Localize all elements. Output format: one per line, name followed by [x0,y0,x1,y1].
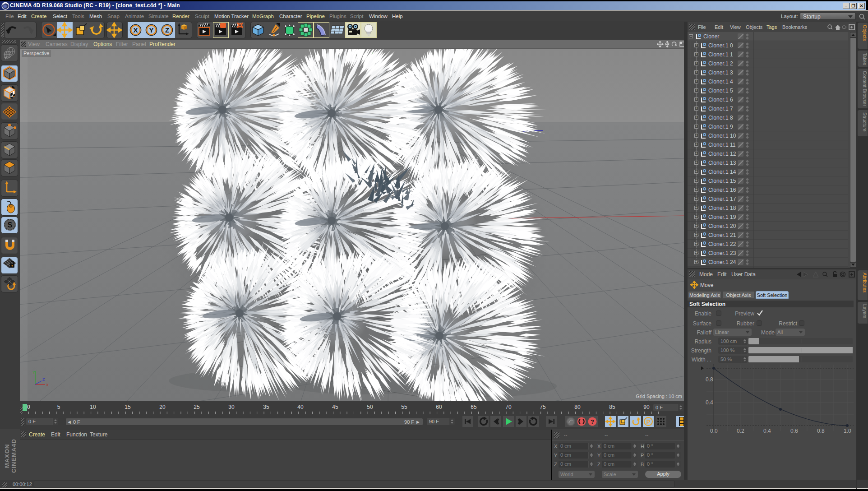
svg-text:Y: Y [32,370,35,375]
svg-text:0.4: 0.4 [763,428,771,434]
svg-text:S: S [8,221,13,229]
svg-text:1.0: 1.0 [844,428,851,434]
svg-text:0.8: 0.8 [706,376,713,383]
svg-text:P: P [646,419,650,425]
svg-text:0.6: 0.6 [790,428,798,434]
svg-text:X: X [46,383,49,387]
svg-text:0.2: 0.2 [737,428,744,434]
svg-text:Z: Z [42,377,45,382]
svg-text:Y: Y [149,26,153,34]
svg-text:0.4: 0.4 [706,399,713,406]
svg-text:?: ? [591,418,594,425]
svg-text:0.8: 0.8 [817,428,825,434]
svg-text:X: X [133,26,138,34]
svg-text:Z: Z [165,26,169,34]
svg-text:0.0: 0.0 [710,428,718,434]
